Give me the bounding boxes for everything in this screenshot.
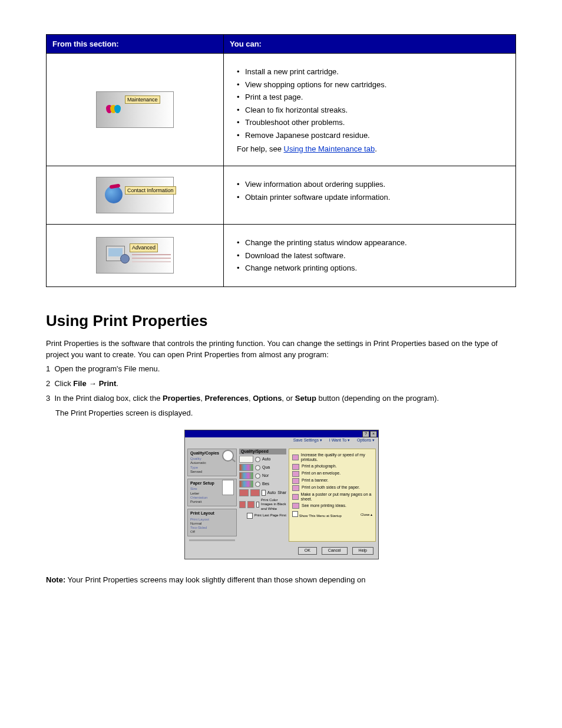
iwant-item[interactable]: Print a photograph. <box>302 464 337 469</box>
iwant-item[interactable]: Print on an envelope. <box>302 471 340 476</box>
auto-radio[interactable] <box>255 457 260 462</box>
help-button[interactable]: Help <box>352 547 373 554</box>
table-row: Advanced Change the printing status wind… <box>47 225 516 287</box>
options-menu[interactable]: Options ▾ <box>357 438 375 442</box>
contact-icon-label: Contact Information <box>125 186 176 195</box>
bw-checkbox[interactable] <box>256 502 259 508</box>
paper-icon <box>222 480 234 495</box>
last-page-first-checkbox[interactable] <box>247 513 253 519</box>
iwant-item[interactable]: Increase the quality or speed of my prin… <box>301 453 372 463</box>
section-title: Using Print Properties <box>46 312 516 330</box>
quality-task-icon <box>292 454 299 460</box>
list-item: Clean to fix horizontal streaks. <box>237 105 503 116</box>
print-layout-tab[interactable]: Print Layout Print LayoutNormal Two-Side… <box>187 509 237 536</box>
cancel-button[interactable]: Cancel <box>322 547 348 554</box>
list-item: Troubleshoot other problems. <box>237 117 503 128</box>
list-item: Remove Japanese postcard residue. <box>237 130 503 141</box>
banner-task-icon <box>292 478 299 484</box>
dialog-help-button[interactable]: ? <box>362 431 369 437</box>
duplex-task-icon <box>292 485 299 491</box>
advanced-icon: Advanced <box>96 237 174 274</box>
step-1: 1 Open the program's File menu. <box>46 364 516 375</box>
list-item: View information about ordering supplies… <box>237 179 503 190</box>
table-row: Contact Information View information abo… <box>47 166 516 225</box>
normal-radio[interactable] <box>255 473 260 479</box>
dialog-menubar: Save Settings ▾ I Want To ▾ Options ▾ <box>185 437 378 446</box>
contact-information-icon: Contact Information <box>96 177 174 213</box>
step-2: 2 Click File→Print. <box>46 378 516 390</box>
iwant-item[interactable]: Print on both sides of the paper. <box>302 485 360 490</box>
magnifier-icon <box>222 450 234 462</box>
more-ideas-icon <box>292 503 299 509</box>
iwant-item[interactable]: See more printing ideas. <box>302 503 346 508</box>
list-item: View shopping options for new cartridges… <box>237 80 503 90</box>
list-item: Download the latest software. <box>237 251 503 261</box>
step-3: 3 In the Print dialog box, click the Pro… <box>46 393 516 404</box>
contact-info-list: View information about ordering supplies… <box>237 179 503 202</box>
dialog-titlebar: ? × <box>185 430 378 437</box>
save-settings-menu[interactable]: Save Settings ▾ <box>293 438 322 442</box>
advanced-list: Change the printing status window appear… <box>237 238 503 274</box>
list-item: Install a new print cartridge. <box>237 67 503 77</box>
list-item: Change the printing status window appear… <box>237 238 503 248</box>
dialog-close-button[interactable]: × <box>370 431 377 437</box>
arrow-right-icon: → <box>89 378 97 390</box>
print-properties-dialog: ? × Save Settings ▾ I Want To ▾ Options … <box>184 430 378 559</box>
features-table: From this section: You can: Maintenance <box>46 34 516 287</box>
maintenance-list: Install a new print cartridge. View shop… <box>237 67 503 140</box>
list-item: Print a test page. <box>237 92 503 103</box>
ok-button[interactable]: OK <box>298 547 317 554</box>
best-radio[interactable] <box>255 482 260 487</box>
speaker-icon <box>120 254 130 263</box>
i-want-to-panel: Increase the quality or speed of my prin… <box>289 449 376 542</box>
i-want-to-menu[interactable]: I Want To ▾ <box>329 438 350 442</box>
maintenance-help-link[interactable]: Using the Maintenance tab <box>284 144 375 153</box>
list-item: Obtain printer software update informati… <box>237 192 503 203</box>
photo-task-icon <box>292 464 299 470</box>
step-3-result: The Print Properties screen is displayed… <box>55 408 516 419</box>
globe-icon <box>105 186 123 203</box>
iwant-item[interactable]: Print a banner. <box>302 478 329 483</box>
maintenance-icon-label: Maintenance <box>125 95 160 104</box>
poster-task-icon <box>292 494 299 500</box>
table-row: Maintenance Install a new print cartridg… <box>47 54 516 166</box>
note-paragraph: Note: Your Print Properties screens may … <box>46 575 516 586</box>
th-from: From this section: <box>47 35 224 54</box>
auto-sharpen-checkbox[interactable] <box>262 490 266 496</box>
th-can: You can: <box>224 35 516 54</box>
list-item: Change network printing options. <box>237 263 503 274</box>
quality-speed-header: Quality/Speed <box>239 449 286 454</box>
envelope-task-icon <box>292 471 299 477</box>
advanced-icon-label: Advanced <box>130 243 158 252</box>
iwant-close[interactable]: Close ▴ <box>361 513 372 517</box>
maintenance-icon: Maintenance <box>96 91 174 128</box>
iwant-item[interactable]: Make a poster or put many pages on a she… <box>301 492 372 502</box>
maintenance-help: For help, see Using the Maintenance tab. <box>237 144 503 155</box>
paper-setup-tab[interactable]: Paper Setup SizeLetter OrientationPortra… <box>187 479 237 506</box>
intro-paragraph: Print Properties is the software that co… <box>46 338 516 361</box>
show-menu-startup-checkbox[interactable] <box>292 511 298 517</box>
quality-copies-tab[interactable]: Quality/Copies QualityAutomatic TypeSens… <box>187 449 237 476</box>
quality-radio[interactable] <box>255 465 260 470</box>
